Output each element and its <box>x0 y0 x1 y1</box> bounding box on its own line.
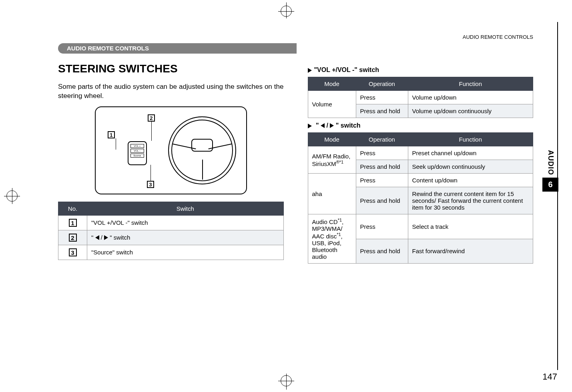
th-function: Function <box>408 133 533 146</box>
cell-op: Press and hold <box>356 104 408 118</box>
arrow-head-mid: / <box>326 122 330 129</box>
triangle-icon <box>308 68 312 73</box>
vol-switch-table: Mode Operation Function Volume Press Vol… <box>308 77 534 118</box>
row-label-mid: / <box>101 234 104 241</box>
cell-fn: Preset channel up/down <box>408 146 533 160</box>
row-num: 3 <box>69 248 77 256</box>
th-mode: Mode <box>308 77 356 91</box>
vol-switch-heading-text: "VOL +/VOL -" switch <box>314 66 379 73</box>
vol-switch-heading: "VOL +/VOL -" switch <box>308 66 534 74</box>
cell-op: Press and hold <box>356 160 408 174</box>
cell-mode: aha <box>308 174 356 214</box>
table-row: AM/FM Radio, SiriusXM®*1 Press Preset ch… <box>308 146 533 160</box>
th-operation: Operation <box>356 77 408 91</box>
th-mode: Mode <box>308 133 356 146</box>
row-label: " / " switch <box>87 230 284 245</box>
arrow-right-icon <box>330 123 334 128</box>
cell-mode-sup: *1 <box>338 218 342 222</box>
steering-wheel-diagram: VOL + VOL – Source 1 2 3 <box>95 106 247 194</box>
cell-fn: Seek up/down continuously <box>408 160 533 174</box>
cell-mode: Audio CD*1, MP3/WMA/ AAC disc*1, USB, iP… <box>308 214 356 264</box>
row-label: "Source" switch <box>87 245 284 260</box>
th-switch: Switch <box>87 202 284 215</box>
cell-mode: Volume <box>308 91 356 118</box>
pad-vol-dn: VOL – <box>130 149 144 153</box>
callout-2: 2 <box>148 114 155 122</box>
chapter-side-tab: AUDIO 6 <box>542 150 558 192</box>
pad-vol-up: VOL + <box>130 144 144 148</box>
row-label-suffix: " switch <box>110 234 130 241</box>
callout-3: 3 <box>147 181 154 188</box>
th-operation: Operation <box>356 133 408 146</box>
chapter-label: AUDIO <box>546 150 555 175</box>
cell-mode-sup: *1 <box>337 232 341 237</box>
cell-mode-text: AM/FM Radio, SiriusXM <box>312 153 351 167</box>
triangle-icon <box>308 124 312 128</box>
th-no: No. <box>58 202 87 215</box>
cell-op: Press <box>356 214 408 239</box>
pad-source: Source <box>130 154 144 158</box>
table-row: 3 "Source" switch <box>58 245 284 260</box>
cell-op: Press <box>356 146 408 160</box>
running-header: AUDIO REMOTE CONTROLS <box>58 34 533 40</box>
cell-mode-sup: ®*1 <box>336 160 344 164</box>
cell-op: Press and hold <box>356 187 408 214</box>
th-function: Function <box>408 77 533 91</box>
arrow-head-suffix: " switch <box>336 122 361 129</box>
arrow-left-icon <box>95 235 99 240</box>
cell-mode-part: Audio CD <box>312 218 338 225</box>
page-title: STEERING SWITCHES <box>58 62 284 75</box>
cell-mode: AM/FM Radio, SiriusXM®*1 <box>308 146 356 174</box>
table-row: Audio CD*1, MP3/WMA/ AAC disc*1, USB, iP… <box>308 214 533 239</box>
arrow-switch-heading: " / " switch <box>308 122 534 129</box>
row-num: 2 <box>69 234 77 242</box>
page-number: 147 <box>542 372 557 382</box>
callout-1: 1 <box>108 131 115 138</box>
cell-fn: Content up/down <box>408 174 533 187</box>
section-heading-bar: AUDIO REMOTE CONTROLS <box>58 43 533 54</box>
steering-wheel-icon <box>168 116 236 184</box>
arrow-head-prefix: " <box>316 122 321 129</box>
row-num: 1 <box>69 219 77 227</box>
switch-legend-table: No. Switch 1 "VOL +/VOL -" switch 2 " <box>58 202 284 260</box>
cell-fn: Volume up/down <box>408 91 533 104</box>
row-label: "VOL +/VOL -" switch <box>87 215 284 230</box>
section-heading-text: AUDIO REMOTE CONTROLS <box>67 45 149 52</box>
table-row: 2 " / " switch <box>58 230 284 245</box>
control-pad: VOL + VOL – Source <box>128 141 147 165</box>
cell-fn: Fast forward/rewind <box>408 239 533 264</box>
cell-op: Press and hold <box>356 239 408 264</box>
arrow-switch-table: Mode Operation Function AM/FM Radio, Sir… <box>308 132 534 264</box>
cell-fn: Volume up/down continuously <box>408 104 533 118</box>
arrow-right-icon <box>104 235 108 240</box>
cell-op: Press <box>356 91 408 104</box>
cell-op: Press <box>356 174 408 187</box>
cell-fn: Rewind the current content item for 15 s… <box>408 187 533 214</box>
chapter-number: 6 <box>542 178 558 192</box>
table-row: aha Press Content up/down <box>308 174 533 187</box>
arrow-left-icon <box>321 123 325 128</box>
cell-fn: Select a track <box>408 214 533 239</box>
table-row: Volume Press Volume up/down <box>308 91 533 104</box>
table-row: 1 "VOL +/VOL -" switch <box>58 215 284 230</box>
intro-paragraph: Some parts of the audio system can be ad… <box>58 82 284 101</box>
row-label-prefix: " <box>91 234 95 241</box>
